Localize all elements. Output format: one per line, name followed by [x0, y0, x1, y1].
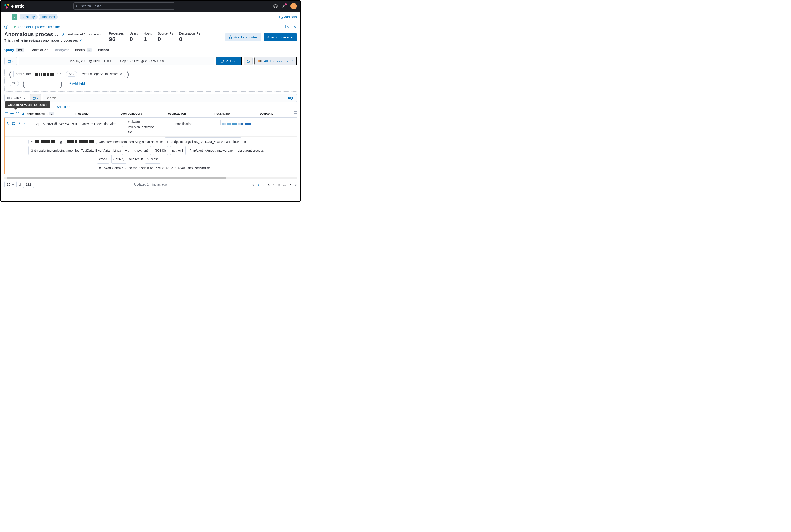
more-actions-button[interactable]: ▫▫▫	[23, 122, 27, 125]
lock-date-button[interactable]	[244, 57, 253, 65]
column-message[interactable]: message	[76, 112, 121, 115]
chip-file[interactable]: endpoint-large-files_TestData_EicarVaria…	[165, 137, 241, 146]
total-rows: 192	[23, 181, 34, 188]
svg-rect-8	[247, 61, 249, 62]
page-3[interactable]: 3	[268, 183, 270, 187]
pin-event-button[interactable]	[18, 122, 21, 126]
attach-to-case-button[interactable]: Attach to case	[264, 33, 297, 41]
chevron-down-icon	[12, 60, 14, 62]
news-icon[interactable]	[282, 4, 286, 8]
kql-toggle[interactable]: KQL	[285, 94, 296, 102]
fields-browser-button[interactable]	[4, 111, 9, 116]
search-field[interactable]	[43, 96, 285, 100]
sort-button[interactable]	[21, 111, 25, 116]
chip-ppid[interactable]: (99827)	[111, 155, 126, 164]
tab-pinned[interactable]: Pinned	[98, 45, 109, 54]
scrollbar-handle[interactable]	[294, 111, 297, 114]
column-timestamp[interactable]: @timestamp 1	[27, 112, 76, 115]
user-avatar[interactable]: n	[290, 3, 297, 9]
remove-filter-icon[interactable]: ✕	[120, 72, 122, 75]
page-4[interactable]: 4	[273, 183, 275, 187]
logo[interactable]: elastic	[4, 4, 24, 9]
page-title: Anomalous proces…	[4, 31, 59, 38]
breadcrumb-security[interactable]: Security	[20, 14, 38, 20]
chip-parent-path[interactable]: /tmp/alerting/mock_malware.py	[188, 146, 235, 155]
remove-filter-icon[interactable]: ✕	[59, 72, 62, 75]
next-page-button[interactable]	[294, 183, 297, 187]
page-ellipsis[interactable]: …	[283, 183, 286, 187]
updated-label: Updated 2 minutes ago	[134, 183, 167, 186]
chip-path[interactable]: /tmp/alerting/endpoint-large-files_TestD…	[28, 146, 123, 155]
expand-event-button[interactable]	[6, 122, 10, 126]
space-selector[interactable]: D	[12, 14, 17, 20]
cell-category: malware intrusion_detection file	[127, 119, 174, 135]
edit-description-button[interactable]	[80, 38, 83, 42]
page-5[interactable]: 5	[278, 183, 279, 187]
edit-title-button[interactable]	[61, 33, 64, 36]
filter-category-pill[interactable]: event.category: "malware" ✕	[79, 71, 124, 77]
column-category[interactable]: event.category	[121, 112, 168, 115]
cell-timestamp: Sep 16, 2021 @ 23:56:41.509	[33, 119, 81, 126]
svg-rect-7	[8, 60, 11, 62]
kql-search-input[interactable]: KQL	[43, 94, 297, 102]
fullscreen-button[interactable]	[15, 111, 20, 116]
horizontal-scrollbar[interactable]	[4, 177, 297, 179]
add-to-favorites-button[interactable]: Add to favorites	[225, 33, 261, 41]
column-hostname[interactable]: host.name	[214, 112, 260, 115]
notification-dot-icon	[285, 3, 287, 5]
add-field-button[interactable]: + Add field	[70, 81, 85, 85]
help-icon[interactable]	[273, 4, 278, 8]
chip-result[interactable]: success	[145, 155, 161, 164]
tab-notes[interactable]: Notes1	[75, 45, 92, 54]
file-icon	[31, 149, 33, 152]
chevron-down-icon	[290, 36, 293, 39]
page-size-selector[interactable]: 25	[4, 181, 17, 188]
prev-page-button[interactable]	[252, 183, 254, 187]
column-action[interactable]: event.action	[168, 112, 214, 115]
data-sources-button[interactable]: All data sources	[254, 57, 297, 65]
page-8[interactable]: 8	[290, 183, 291, 187]
chip-crond[interactable]: crond	[97, 155, 109, 164]
chip-hash[interactable]: # 1643a3a3bb7617abc07c1d68fd105a972d0816…	[97, 164, 214, 172]
chip-user[interactable]	[28, 140, 57, 144]
global-search-input[interactable]: Search Elastic	[74, 2, 175, 10]
svg-rect-13	[6, 112, 8, 115]
customize-renderers-button[interactable]	[10, 111, 14, 116]
save-query-icon	[32, 96, 36, 100]
timeline-title-link[interactable]: Anomalous process timeline	[17, 25, 60, 29]
new-timeline-button[interactable]: +	[4, 25, 8, 29]
elastic-logo-icon	[4, 4, 9, 8]
refresh-button[interactable]: Refresh	[216, 57, 242, 65]
add-filter-link[interactable]: + Add filter	[54, 105, 70, 109]
tab-query[interactable]: Query192	[4, 45, 24, 54]
and-operator[interactable]: AND	[66, 71, 77, 77]
chip-process[interactable]: python3	[132, 146, 151, 155]
terminal-icon	[134, 149, 136, 152]
chevron-down-icon	[12, 183, 14, 186]
breadcrumb-timelines[interactable]: Timelines	[38, 14, 58, 20]
data-source-icon	[258, 60, 262, 62]
svg-rect-9	[33, 97, 36, 99]
date-range-display[interactable]: Sep 16, 2021 @ 00:00:00.000 → Sep 16, 20…	[19, 57, 214, 65]
column-sourceip[interactable]: source.ip	[260, 112, 282, 115]
add-data-button[interactable]: Add data	[279, 15, 297, 19]
page-1[interactable]: 1	[258, 183, 259, 187]
notes-button[interactable]	[12, 121, 15, 126]
svg-point-15	[32, 141, 33, 142]
chip-process-name[interactable]: python3	[170, 146, 186, 155]
top-header: elastic Search Elastic n	[1, 1, 300, 12]
user-icon	[31, 140, 33, 143]
chip-host[interactable]	[65, 140, 97, 144]
tab-correlation[interactable]: Correlation	[30, 45, 49, 54]
menu-toggle-button[interactable]	[4, 15, 9, 19]
or-operator[interactable]: OR	[9, 81, 19, 86]
chip-pid[interactable]: (99843)	[153, 146, 168, 155]
filter-hostname-pill[interactable]: host.name: " " ✕	[13, 71, 64, 77]
svg-point-14	[12, 113, 13, 114]
close-button[interactable]	[293, 25, 297, 29]
page-2[interactable]: 2	[263, 183, 265, 187]
date-picker-button[interactable]	[4, 57, 17, 65]
refresh-icon	[220, 59, 224, 63]
search-icon	[76, 4, 79, 8]
inspect-button[interactable]	[285, 25, 289, 29]
